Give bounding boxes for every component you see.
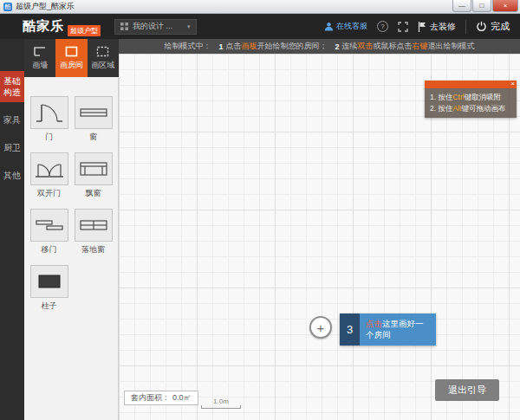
tip-text: 键可拖动画布 [461, 104, 505, 113]
instruction-text: 连续 [342, 41, 358, 52]
draw-wall-icon [33, 46, 47, 57]
item-label: 移门 [30, 244, 68, 255]
flag-icon [418, 22, 426, 32]
exit-guide-button[interactable]: 退出引导 [435, 379, 499, 401]
app-header: 酷家乐 超级户型 我的设计 ... ▾ 在线客服 ? 去装修 [0, 14, 520, 39]
close-icon[interactable]: × [510, 80, 515, 88]
instruction-step1-number: 1 [218, 42, 223, 51]
item-label: 门 [30, 132, 68, 143]
guide-highlight: 点击 [366, 319, 382, 328]
double-door-icon [35, 159, 64, 178]
instruction-text: 或鼠标点击 [374, 41, 413, 52]
item-thumbnail [75, 209, 113, 242]
draw-area-icon [96, 46, 109, 57]
guide-step-number: 3 [340, 313, 360, 346]
tip-line: 1. 按住Ctrl键取消吸附 [430, 92, 511, 103]
scale-indicator: 1.0m [201, 397, 241, 409]
item-thumbnail [75, 152, 113, 185]
app-icon: 酷 [3, 3, 12, 11]
scale-label: 1.0m [201, 397, 241, 405]
window-title: 超级户型_酷家乐 [16, 1, 75, 12]
component-grid: 门 窗 双开门 飘窗 [24, 96, 118, 312]
tips-header: × [425, 81, 517, 88]
draw-start-point[interactable]: + [309, 316, 332, 339]
item-pillar[interactable]: 柱子 [30, 265, 68, 312]
item-double-door[interactable]: 双开门 [30, 152, 68, 199]
item-bay-window[interactable]: 飘窗 [75, 152, 113, 199]
bay-window-icon [80, 162, 107, 176]
component-panel: 门 窗 双开门 飘窗 [24, 77, 119, 420]
instruction-text: 退出绘制模式 [428, 41, 475, 52]
tip-key: Ctrl [452, 93, 464, 101]
grid-icon [120, 23, 128, 30]
online-service-label: 在线客服 [336, 21, 367, 32]
maximize-button[interactable]: □ [472, 0, 491, 12]
person-icon [324, 22, 334, 31]
go-decorate-button[interactable]: 去装修 [418, 21, 456, 33]
header-divider [465, 20, 466, 34]
instruction-step2-number: 2 [335, 42, 340, 51]
tab-label: 画墙 [32, 60, 48, 71]
area-label: 套内面积： [131, 392, 170, 404]
finish-button[interactable]: 完成 [476, 20, 510, 33]
instruction-mode-label: 绘制模式中： [164, 41, 211, 52]
sidebar-item-furniture[interactable]: 家具 [0, 110, 24, 130]
draw-room-icon [65, 46, 78, 57]
tab-draw-wall[interactable]: 画墙 [24, 39, 55, 77]
close-button[interactable]: × [492, 0, 518, 12]
area-value: 0.0㎡ [172, 392, 192, 404]
finish-label: 完成 [491, 20, 510, 33]
drawing-instruction-bar: 绘制模式中： 1 点击 画板 开始绘制您的房间； 2 连续 双击 或鼠标点击 右… [119, 39, 520, 54]
chevron-down-icon: ▾ [187, 23, 191, 30]
app-logo: 酷家乐 [23, 18, 64, 35]
tip-text: 1. 按住 [430, 93, 452, 101]
item-floor-window[interactable]: 落地窗 [75, 209, 113, 255]
draw-mode-tabs: 画墙 画房间 画区域 [24, 39, 119, 77]
instruction-text: 点击 [226, 41, 242, 52]
logo-badge: 超级户型 [68, 25, 101, 36]
instruction-text: 开始绘制您的房间； [257, 41, 328, 52]
tab-draw-area[interactable]: 画区域 [88, 39, 119, 77]
tip-key: Alt [452, 104, 461, 113]
tip-line: 2. 按住Alt键可拖动画布 [430, 103, 511, 114]
item-thumbnail [30, 96, 68, 129]
tip-text: 键取消吸附 [465, 93, 502, 101]
window-icon [80, 107, 107, 118]
power-icon [476, 21, 487, 32]
item-thumbnail [30, 152, 68, 185]
item-label: 双开门 [30, 188, 68, 199]
door-icon [36, 101, 63, 124]
guide-tooltip: 3 点击这里画好一个房间 [340, 313, 436, 346]
category-rail: 基础构造 家具 厨卫 其他 [0, 39, 24, 420]
instruction-highlight: 双击 [358, 41, 374, 52]
tab-draw-room[interactable]: 画房间 [55, 39, 87, 77]
item-label: 柱子 [30, 300, 68, 312]
header-actions: 在线客服 ? 去装修 完成 [324, 20, 520, 34]
sidebar-item-other[interactable]: 其他 [0, 165, 24, 185]
fullscreen-icon[interactable] [398, 22, 408, 32]
item-window[interactable]: 窗 [75, 96, 113, 143]
floor-window-icon [80, 219, 107, 231]
go-decorate-label: 去装修 [430, 21, 456, 33]
sidebar-item-basic-structure[interactable]: 基础构造 [0, 71, 24, 102]
item-sliding-door[interactable]: 移门 [30, 209, 68, 255]
tab-label: 画房间 [60, 60, 83, 71]
item-thumbnail [30, 265, 68, 298]
minimize-button[interactable]: — [452, 0, 471, 12]
my-design-dropdown[interactable]: 我的设计 ... ▾ [114, 19, 197, 35]
window-controls: — □ × [452, 0, 518, 12]
item-label: 窗 [75, 132, 113, 143]
item-label: 落地窗 [75, 244, 113, 255]
sidebar-item-kitchen-bath[interactable]: 厨卫 [0, 138, 24, 158]
help-icon[interactable]: ? [377, 21, 388, 32]
sliding-door-icon [36, 219, 63, 231]
item-label: 飘窗 [75, 188, 113, 199]
hotkey-tips-panel: × 1. 按住Ctrl键取消吸附 2. 按住Alt键可拖动画布 [425, 81, 517, 118]
scale-bar [201, 405, 241, 409]
online-service-button[interactable]: 在线客服 [324, 21, 367, 32]
item-thumbnail [75, 96, 113, 129]
window-titlebar: 酷 超级户型_酷家乐 — □ × [0, 0, 520, 14]
my-design-label: 我的设计 ... [133, 21, 172, 32]
item-thumbnail [30, 209, 68, 242]
item-door[interactable]: 门 [30, 96, 68, 143]
